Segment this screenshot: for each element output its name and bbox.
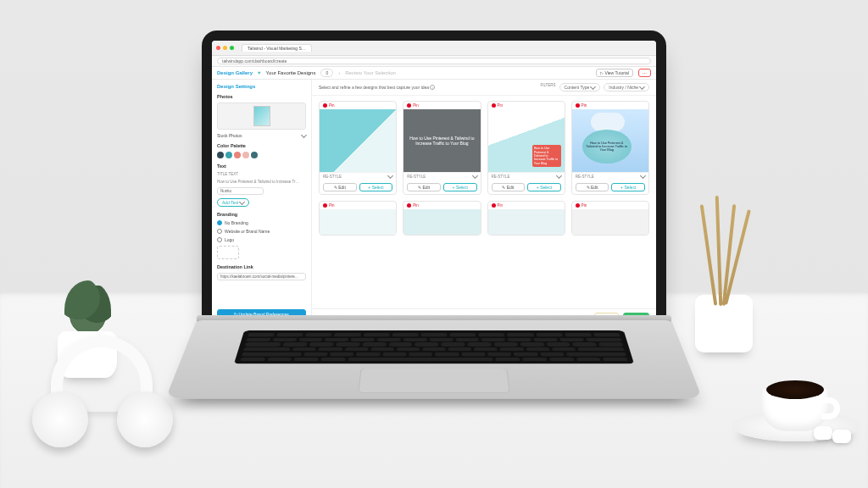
traffic-max-icon[interactable] <box>230 46 234 50</box>
add-text-button[interactable]: Add Text <box>217 198 249 207</box>
traffic-close-icon[interactable] <box>216 46 220 50</box>
chevron-down-icon <box>639 83 645 89</box>
selected-photo-thumb[interactable] <box>217 103 306 130</box>
browser-chrome: Tailwind - Visual Marketing S… <box>212 41 656 56</box>
sidebar-title: Design Settings <box>217 84 306 89</box>
swatch-4[interactable] <box>242 152 249 158</box>
edit-button[interactable]: ✎ Edit <box>407 183 441 191</box>
swatch-3[interactable] <box>234 152 241 158</box>
title-text-sub: TITLE TEXT <box>217 172 306 176</box>
pinterest-icon <box>407 103 411 108</box>
logo-placeholder[interactable] <box>217 246 239 259</box>
pinterest-icon <box>492 103 496 108</box>
cloud-icon <box>591 113 625 131</box>
design-preview[interactable]: How to Use Pinterest & Tailwind to Incre… <box>572 109 648 172</box>
branding-opt-logo[interactable]: Logo <box>217 237 306 242</box>
font-select[interactable] <box>217 187 264 195</box>
design-card: Pin <box>403 201 481 236</box>
design-preview[interactable] <box>403 209 480 235</box>
headphones-prop <box>17 336 186 454</box>
destination-input[interactable] <box>217 273 306 280</box>
restyle-label: RE-STYLE <box>323 175 342 179</box>
favorites-count: 0 <box>320 69 333 77</box>
pin-badge: Pin <box>581 203 587 208</box>
design-card: Pin How to Use Pinterest & Tailwind to I… <box>487 101 565 195</box>
filters-label: FILTERS <box>540 83 555 92</box>
view-tutorial-button[interactable]: ▷ View Tutorial <box>596 69 633 77</box>
chevron-down-icon <box>590 83 596 89</box>
info-icon[interactable]: i <box>430 85 435 90</box>
select-button[interactable]: + Select <box>359 183 393 191</box>
text-label: Text <box>217 164 306 169</box>
design-preview[interactable] <box>320 109 396 172</box>
url-input[interactable] <box>217 58 651 64</box>
branding-opt-none[interactable]: No Branding <box>217 220 306 225</box>
filter-content-type[interactable]: Content Type <box>559 83 601 92</box>
app-tabs: Design Gallery ♥ Your Favorite Designs 0… <box>212 67 656 80</box>
laptop: Tailwind - Visual Marketing S… Design Ga… <box>197 30 671 471</box>
chevron-down-icon[interactable] <box>471 173 477 179</box>
design-preview[interactable] <box>320 209 396 235</box>
tab-review: Review Your Selection <box>345 70 396 75</box>
keyboard <box>234 330 634 363</box>
laptop-screen: Tailwind - Visual Marketing S… Design Ga… <box>212 41 656 324</box>
pin-badge: Pin <box>498 103 504 108</box>
branding-label: Branding <box>217 212 306 217</box>
select-button[interactable]: + Select <box>443 183 477 191</box>
chevron-down-icon[interactable] <box>640 173 646 179</box>
design-preview[interactable] <box>488 209 565 235</box>
header-action-button[interactable]: ⋯ <box>638 69 651 77</box>
branding-opt-name[interactable]: Website or Brand Name <box>217 229 306 234</box>
design-preview[interactable]: How to Use Pinterest & Tailwind to Incre… <box>488 109 565 172</box>
corner-tag: How to Use Pinterest & Tailwind to Incre… <box>532 145 561 167</box>
pin-badge: Pin <box>498 203 504 208</box>
design-preview[interactable]: How to Use Pinterest & Tailwind to Incre… <box>403 109 480 172</box>
edit-button[interactable]: ✎ Edit <box>492 183 526 191</box>
select-button[interactable]: + Select <box>527 183 561 191</box>
desk-scene: Tailwind - Visual Marketing S… Design Ga… <box>0 0 868 488</box>
design-preview[interactable] <box>572 209 648 235</box>
disc-text: How to Use Pinterest & Tailwind to Incre… <box>582 130 632 164</box>
pin-badge: Pin <box>329 203 335 208</box>
pin-badge: Pin <box>413 203 419 208</box>
color-palette <box>217 152 306 158</box>
design-card: Pin RE-STYLE ✎ Edit + Select <box>319 101 397 195</box>
heart-icon: ♥ <box>258 70 261 75</box>
destination-label: Destination Link <box>217 264 306 269</box>
design-card: Pin <box>319 201 397 236</box>
stock-photos-toggle[interactable]: Stock Photos <box>217 133 306 138</box>
title-text-value: How to Use Pinterest & Tailwind to Incre… <box>217 180 306 184</box>
pinterest-icon <box>492 203 496 208</box>
edit-button[interactable]: ✎ Edit <box>323 183 357 191</box>
chevron-down-icon <box>239 198 245 204</box>
swatch-5[interactable] <box>251 152 258 158</box>
design-card: Pin How to Use Pinterest & Tailwind to I… <box>571 101 649 195</box>
design-card: Pin <box>571 201 649 236</box>
coffee-prop <box>732 340 860 441</box>
restyle-label: RE-STYLE <box>407 175 426 179</box>
edit-button[interactable]: ✎ Edit <box>576 183 609 191</box>
traffic-min-icon[interactable] <box>223 46 227 50</box>
chevron-down-icon[interactable] <box>556 173 562 179</box>
filter-industry[interactable]: Industry / Niche <box>604 83 649 92</box>
address-bar <box>212 56 656 67</box>
design-gallery: Select and refine a few designs that bes… <box>312 80 656 324</box>
select-button[interactable]: + Select <box>611 183 645 191</box>
design-card: Pin How to Use Pinterest & Tailwind to I… <box>403 101 481 195</box>
pinterest-icon <box>323 103 327 108</box>
pinterest-icon <box>576 203 580 208</box>
palette-label: Color Palette <box>217 143 306 148</box>
browser-tab[interactable]: Tailwind - Visual Marketing S… <box>242 44 312 52</box>
swatch-1[interactable] <box>217 152 224 158</box>
chevron-down-icon[interactable] <box>387 173 393 179</box>
gallery-hint: Select and refine a few designs that bes… <box>319 85 435 90</box>
pinterest-icon <box>576 103 580 108</box>
swatch-2[interactable] <box>225 152 232 158</box>
pin-badge: Pin <box>581 103 587 108</box>
restyle-label: RE-STYLE <box>576 175 594 179</box>
pinterest-icon <box>407 203 411 208</box>
tab-favorites[interactable]: Your Favorite Designs <box>266 70 316 75</box>
tab-design-gallery[interactable]: Design Gallery <box>217 70 253 75</box>
trackpad <box>358 369 509 393</box>
chevron-down-icon <box>301 131 307 137</box>
